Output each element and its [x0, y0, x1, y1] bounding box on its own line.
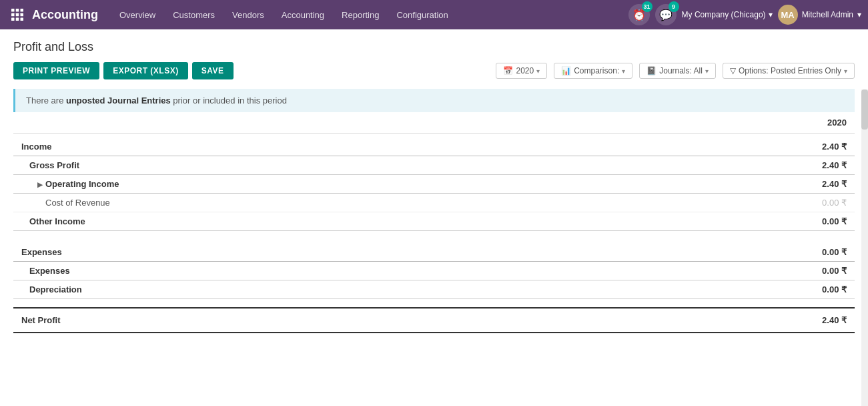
messages-badge: 9 [669, 1, 679, 12]
col-header-name [13, 112, 550, 134]
nav-item-configuration[interactable]: Configuration [388, 6, 456, 24]
company-label: My Company (Chicago) [682, 10, 766, 19]
year-caret-icon: ▾ [536, 67, 540, 75]
year-filter[interactable]: 📅 2020 ▾ [496, 63, 547, 79]
row-gross-profit-label: Gross Profit [13, 156, 550, 175]
journals-label: Journals: All [659, 66, 703, 75]
table-row: Expenses 0.00 ₹ [13, 262, 855, 280]
page-content: Profit and Loss PRINT PREVIEW EXPORT (XL… [0, 29, 868, 406]
options-label: Options: Posted Entries Only [739, 66, 841, 75]
svg-rect-4 [16, 13, 19, 17]
row-operating-income-label: ▶Operating Income [13, 175, 550, 194]
report-area: 2020 Income 2.40 ₹ Gross Profit 2.40 ₹ [13, 112, 855, 333]
svg-rect-1 [16, 9, 19, 12]
journals-filter[interactable]: 📓 Journals: All ▾ [639, 63, 716, 79]
row-gross-profit-value: 2.40 ₹ [550, 156, 855, 175]
options-caret-icon: ▾ [844, 67, 847, 75]
comparison-filter[interactable]: 📊 Comparison: ▾ [554, 63, 632, 79]
svg-rect-6 [11, 18, 15, 21]
row-net-profit-label: Net Profit [13, 308, 550, 333]
toolbar-filters: 📅 2020 ▾ 📊 Comparison: ▾ 📓 Journals: All… [496, 63, 855, 79]
col-header-year: 2020 [550, 112, 855, 134]
table-row: Gross Profit 2.40 ₹ [13, 156, 855, 175]
svg-rect-7 [16, 18, 19, 21]
calendar-icon: 📅 [503, 66, 513, 75]
expand-icon[interactable]: ▶ [37, 181, 43, 188]
nav-item-customers[interactable]: Customers [165, 6, 223, 24]
notice-bold-text: unposted Journal Entries [66, 95, 171, 106]
svg-rect-3 [11, 13, 15, 17]
messages-button[interactable]: 💬 9 [655, 4, 677, 25]
spacer-row [13, 299, 855, 309]
year-label: 2020 [516, 66, 534, 75]
journals-caret-icon: ▾ [705, 67, 709, 75]
company-selector[interactable]: My Company (Chicago) ▾ [682, 10, 773, 19]
save-button[interactable]: SAVE [192, 62, 234, 79]
nav-item-accounting[interactable]: Accounting [274, 6, 332, 24]
topnav-right: ⏰ 31 💬 9 My Company (Chicago) ▾ MA Mitch… [628, 4, 861, 25]
nav-menu: Overview Customers Vendors Accounting Re… [111, 6, 628, 24]
nav-item-overview[interactable]: Overview [111, 6, 163, 24]
grid-menu-icon[interactable] [7, 4, 28, 25]
row-other-income-label: Other Income [13, 212, 550, 231]
export-xlsx-button[interactable]: EXPORT (XLSX) [103, 62, 188, 79]
scrollbar-track [861, 89, 868, 406]
print-preview-button[interactable]: PRINT PREVIEW [13, 62, 99, 79]
svg-rect-8 [21, 18, 24, 21]
notice-bar: There are unposted Journal Entries prior… [13, 89, 855, 112]
notice-text-before: There are [26, 95, 66, 106]
toolbar: PRINT PREVIEW EXPORT (XLSX) SAVE 📅 2020 … [13, 62, 855, 79]
row-cost-of-revenue-value: 0.00 ₹ [550, 194, 855, 212]
table-row: Net Profit 2.40 ₹ [13, 308, 855, 333]
company-caret-icon: ▾ [769, 10, 773, 19]
table-row: Expenses 0.00 ₹ [13, 239, 855, 262]
row-expenses-sub-label: Expenses [13, 262, 550, 280]
filter-icon: ▽ [730, 66, 736, 75]
comparison-label: Comparison: [574, 66, 619, 75]
svg-rect-0 [11, 9, 15, 12]
row-depreciation-label: Depreciation [13, 280, 550, 299]
table-row: Income 2.40 ₹ [13, 134, 855, 156]
avatar: MA [778, 5, 798, 25]
table-row: Other Income 0.00 ₹ [13, 212, 855, 231]
table-row: Cost of Revenue 0.00 ₹ [13, 194, 855, 212]
user-menu[interactable]: MA Mitchell Admin ▾ [778, 5, 861, 25]
spacer-row [13, 231, 855, 240]
app-title: Accounting [32, 8, 98, 22]
row-operating-income-value: 2.40 ₹ [550, 175, 855, 194]
user-label: Mitchell Admin [802, 10, 853, 19]
nav-item-reporting[interactable]: Reporting [334, 6, 387, 24]
row-other-income-value: 0.00 ₹ [550, 212, 855, 231]
comparison-caret-icon: ▾ [622, 67, 625, 75]
user-caret-icon: ▾ [857, 10, 861, 19]
activity-button[interactable]: ⏰ 31 [628, 4, 650, 25]
chart-icon: 📊 [561, 66, 571, 75]
table-row: ▶Operating Income 2.40 ₹ [13, 175, 855, 194]
row-income-value: 2.40 ₹ [550, 134, 855, 156]
options-filter[interactable]: ▽ Options: Posted Entries Only ▾ [723, 63, 855, 79]
row-expenses-sub-value: 0.00 ₹ [550, 262, 855, 280]
svg-rect-2 [21, 9, 24, 12]
row-cost-of-revenue-label: Cost of Revenue [13, 194, 550, 212]
scrollbar-thumb[interactable] [861, 89, 868, 130]
page-title: Profit and Loss [13, 40, 855, 54]
top-navigation: Accounting Overview Customers Vendors Ac… [0, 0, 868, 29]
svg-rect-5 [21, 13, 24, 17]
nav-item-vendors[interactable]: Vendors [224, 6, 272, 24]
row-depreciation-value: 0.00 ₹ [550, 280, 855, 299]
row-expenses-label: Expenses [13, 239, 550, 262]
activity-badge: 31 [642, 1, 653, 12]
row-expenses-value: 0.00 ₹ [550, 239, 855, 262]
notice-text-after: prior or included in this period [171, 95, 287, 106]
journal-icon: 📓 [646, 66, 657, 75]
row-net-profit-value: 2.40 ₹ [550, 308, 855, 333]
table-row: Depreciation 0.00 ₹ [13, 280, 855, 299]
row-income-label: Income [13, 134, 550, 156]
report-table: 2020 Income 2.40 ₹ Gross Profit 2.40 ₹ [13, 112, 855, 333]
